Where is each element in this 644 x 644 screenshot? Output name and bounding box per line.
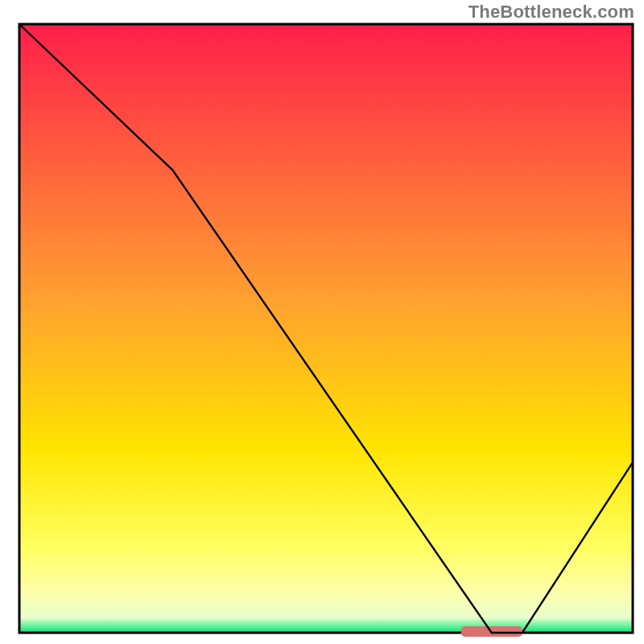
chart-container: { "watermark": "TheBottleneck.com", "cha… [0,0,644,644]
bottleneck-chart [0,0,644,644]
watermark-text: TheBottleneck.com [469,2,634,23]
plot-background [19,24,633,633]
